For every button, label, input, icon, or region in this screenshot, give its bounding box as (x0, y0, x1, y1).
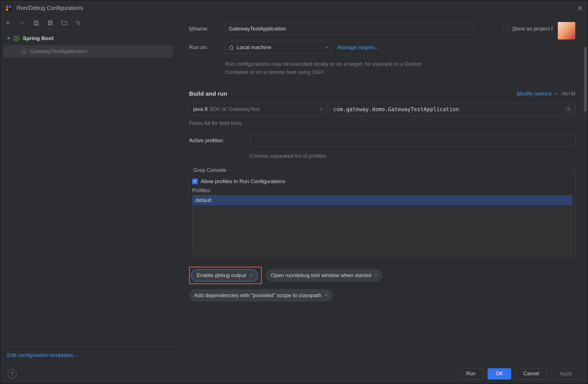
tree-group-label: Spring Boot (23, 35, 54, 41)
dialog-title: Run/Debug Configurations (17, 5, 577, 11)
jdk-select[interactable]: java 8 SDK of 'GatewayTest (189, 103, 327, 116)
tree-item-label: GatewayTestApplication (30, 48, 87, 54)
run-on-select[interactable]: Local machine (225, 41, 332, 54)
svg-text:+: + (66, 23, 67, 26)
svg-rect-10 (35, 22, 38, 25)
highlight-box: Enable debug output × (189, 267, 262, 284)
apply-button[interactable]: Apply (551, 368, 580, 379)
vertical-scrollbar[interactable] (584, 47, 587, 358)
svg-rect-12 (49, 21, 51, 22)
name-label: NName: (189, 26, 225, 32)
main-class-value: com.gateway.demo.GatewayTestApplication (333, 106, 459, 112)
svg-rect-2 (6, 8, 8, 11)
run-button[interactable]: Run (458, 368, 484, 379)
profiles-list-label: Profiles: (192, 187, 572, 194)
svg-rect-3 (9, 6, 11, 8)
options-pill-row-1: Enable debug output × Open run/debug too… (189, 267, 575, 284)
tree-group-spring-boot[interactable]: Spring Boot (0, 32, 176, 45)
modify-options-link[interactable]: Modify options (517, 91, 558, 97)
pill-add-deps-provided[interactable]: Add dependencies with "provided" scope t… (189, 289, 333, 302)
profiles-list[interactable]: default (192, 195, 572, 254)
store-as-project-file[interactable]: Store as project f (503, 26, 553, 32)
field-hint: Press Alt for field hints (189, 120, 575, 126)
allow-profiles-row[interactable]: Allow profiles in Run Configurations (192, 178, 572, 185)
active-profiles-label: Active profiles: (189, 137, 245, 144)
close-icon[interactable]: × (375, 272, 378, 278)
grep-legend: Grep Console (192, 167, 228, 173)
jdk-placeholder: SDK of 'GatewayTest (209, 106, 260, 112)
close-icon[interactable] (577, 5, 583, 11)
avatar (558, 22, 575, 40)
manage-targets-link[interactable]: Manage targets... (337, 44, 379, 51)
sidebar-footer: Edit configuration templates... (0, 347, 176, 363)
build-run-title: Build and run (189, 90, 517, 97)
spring-boot-icon (13, 35, 19, 41)
active-profiles-row: Active profiles: (189, 134, 575, 147)
pill-label: Add dependencies with "provided" scope t… (194, 292, 321, 299)
allow-profiles-label: Allow profiles in Run Configurations (201, 178, 285, 185)
run-on-value: Local machine (237, 44, 271, 51)
folder-config-icon[interactable]: + (61, 19, 68, 27)
chevron-down-icon (320, 107, 323, 111)
run-debug-dialog: Run/Debug Configurations (0, 0, 588, 384)
grep-console-fieldset: Grep Console Allow profiles in Run Confi… (189, 167, 575, 258)
name-row: NName: Store as project f (189, 23, 575, 35)
spring-boot-icon (21, 48, 27, 54)
list-item[interactable]: default (192, 196, 572, 205)
svg-rect-13 (49, 23, 51, 25)
pill-enable-debug[interactable]: Enable debug output × (191, 269, 258, 282)
active-profiles-input[interactable] (250, 134, 575, 147)
checkbox-checked-icon[interactable] (192, 179, 198, 184)
divider (177, 83, 588, 83)
build-run-header: Build and run Modify options Alt+M (189, 90, 575, 97)
content-panel: NName: Store as project f Run on: Local … (177, 16, 588, 363)
sort-config-icon[interactable] (75, 19, 82, 27)
svg-marker-17 (7, 38, 10, 40)
close-icon[interactable]: × (325, 292, 328, 298)
scrollbar-thumb[interactable] (584, 47, 587, 112)
copy-config-icon[interactable] (32, 19, 40, 27)
dialog-body: + Spring Boot (0, 16, 588, 363)
dialog-footer: ? Run OK Cancel Apply (0, 363, 588, 384)
active-profiles-helper: Comma separated list of profiles (249, 153, 575, 159)
chevron-down-icon (325, 46, 329, 49)
options-pill-row-2: Add dependencies with "provided" scope t… (189, 289, 575, 302)
titlebar: Run/Debug Configurations (0, 0, 588, 16)
remove-config-icon[interactable] (18, 19, 26, 27)
svg-rect-9 (34, 21, 37, 25)
run-on-label: Run on: (189, 44, 225, 51)
pill-open-tool-window[interactable]: Open run/debug tool window when started … (266, 269, 383, 282)
run-on-row: Run on: Local machine Manage targets... (189, 41, 575, 54)
pill-label: Open run/debug tool window when started (271, 272, 371, 278)
svg-rect-11 (48, 21, 52, 25)
help-icon[interactable]: ? (8, 369, 17, 378)
tree-item-gateway[interactable]: GatewayTestApplication (4, 45, 173, 58)
checkbox-icon[interactable] (503, 26, 509, 32)
close-icon[interactable]: × (249, 272, 253, 278)
name-input[interactable] (225, 23, 473, 35)
intellij-icon (5, 5, 12, 11)
ok-button[interactable]: OK (488, 368, 511, 379)
cancel-button[interactable]: Cancel (515, 368, 547, 379)
save-config-icon[interactable] (47, 19, 54, 27)
home-icon (229, 45, 234, 50)
modify-shortcut: Alt+M (561, 91, 575, 97)
browse-icon[interactable] (565, 106, 572, 113)
build-row: java 8 SDK of 'GatewayTest com.gateway.d… (189, 103, 575, 116)
edit-templates-link[interactable]: Edit configuration templates... (7, 352, 78, 358)
jdk-value: java 8 (193, 106, 208, 112)
add-config-icon[interactable] (4, 19, 12, 27)
main-class-input[interactable]: com.gateway.demo.GatewayTestApplication (330, 103, 575, 116)
svg-rect-1 (6, 6, 8, 8)
chevron-down-icon (6, 36, 12, 40)
sidebar: + Spring Boot (0, 16, 177, 363)
config-tree: Spring Boot GatewayTestApplication (0, 30, 176, 347)
run-on-helper: Run configurations may be executed local… (225, 60, 434, 76)
sidebar-toolbar: + (0, 16, 176, 30)
